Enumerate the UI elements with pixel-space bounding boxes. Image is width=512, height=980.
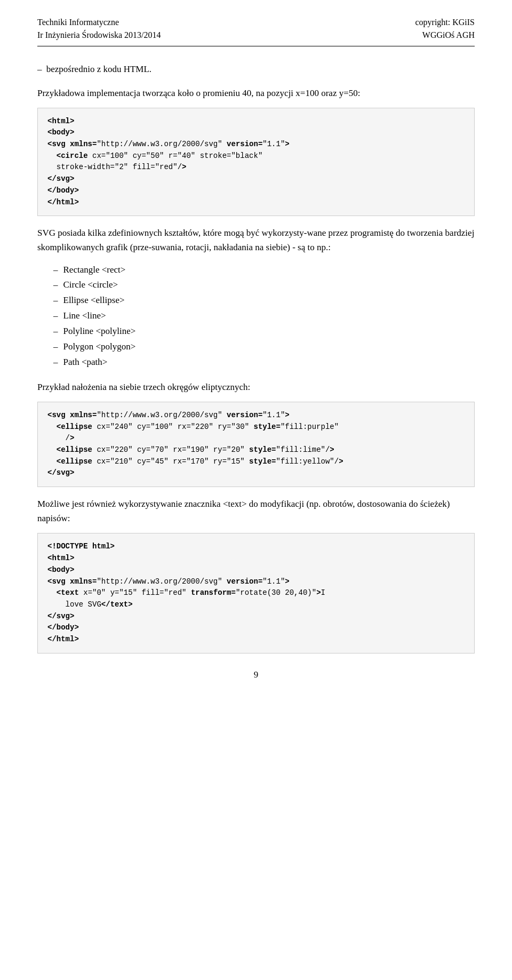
shape-line: Line <line> <box>63 308 106 324</box>
intro-line: – bezpośrednio z kodu HTML. <box>37 62 475 76</box>
list-dash: – <box>53 277 58 293</box>
header-copyright: copyright: KGiIS <box>415 16 475 29</box>
header-left: Techniki Informatyczne Ir Inżynieria Śro… <box>37 16 161 42</box>
header-org: WGGiOś AGH <box>415 29 475 42</box>
list-item: – Circle <circle> <box>53 277 475 293</box>
intro-text: bezpośrednio z kodu HTML. <box>46 64 151 74</box>
list-dash: – <box>53 324 58 339</box>
list-dash: – <box>53 339 58 355</box>
list-dash: – <box>53 262 58 278</box>
shape-ellipse: Ellipse <ellipse> <box>63 293 125 308</box>
shape-circle: Circle <circle> <box>63 277 118 293</box>
list-dash: – <box>53 308 58 324</box>
example-intro: Przykładowa implementacja tworząca koło … <box>37 86 475 100</box>
shape-polyline: Polyline <polyline> <box>63 324 136 339</box>
code-block-1: <html> <body> <svg xmlns="http://www.w3.… <box>37 108 475 217</box>
code-block-3: <!DOCTYPE html> <html> <body> <svg xmlns… <box>37 533 475 653</box>
list-item: – Rectangle <rect> <box>53 262 475 278</box>
text-intro: Możliwe jest również wykorzystywanie zna… <box>37 497 475 525</box>
shape-path: Path <path> <box>63 355 108 370</box>
svg-description: SVG posiada kilka zdefiniownych kształtó… <box>37 226 475 254</box>
header-right: copyright: KGiIS WGGiOś AGH <box>415 16 475 42</box>
list-item: – Line <line> <box>53 308 475 324</box>
shape-polygon: Polygon <polygon> <box>63 339 136 355</box>
list-item: – Path <path> <box>53 355 475 370</box>
list-item: – Polyline <polyline> <box>53 324 475 339</box>
header-title: Techniki Informatyczne <box>37 16 161 29</box>
page-header: Techniki Informatyczne Ir Inżynieria Śro… <box>37 16 475 46</box>
list-dash: – <box>53 293 58 308</box>
ellipse-intro: Przykład nałożenia na siebie trzech okrę… <box>37 380 475 394</box>
page-number: 9 <box>37 670 475 680</box>
page: Techniki Informatyczne Ir Inżynieria Śro… <box>0 0 512 980</box>
shapes-list: – Rectangle <rect> – Circle <circle> – E… <box>53 262 475 370</box>
shape-rectangle: Rectangle <rect> <box>63 262 126 278</box>
list-dash: – <box>53 355 58 370</box>
header-subtitle: Ir Inżynieria Środowiska 2013/2014 <box>37 29 161 42</box>
intro-dash: – <box>37 64 42 74</box>
code-block-2: <svg xmlns="http://www.w3.org/2000/svg" … <box>37 402 475 487</box>
list-item: – Ellipse <ellipse> <box>53 293 475 308</box>
list-item: – Polygon <polygon> <box>53 339 475 355</box>
